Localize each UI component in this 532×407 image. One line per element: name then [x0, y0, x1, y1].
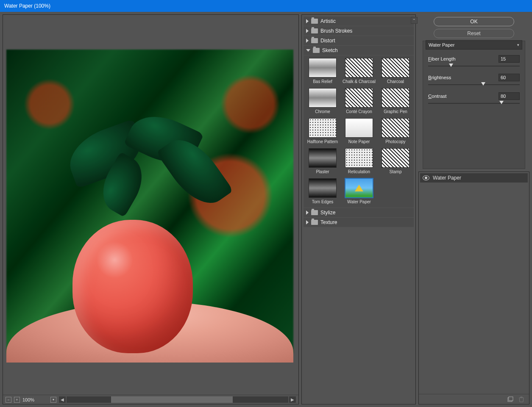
filter-thumbnail [345, 118, 373, 138]
category-label: Distort [320, 38, 335, 44]
category-label: Texture [320, 219, 337, 225]
filter-thumbnail [309, 58, 337, 78]
preview-panel: − + 100% ▾ ◀ ▶ [3, 14, 299, 404]
scroll-right-icon[interactable]: ▶ [289, 396, 296, 403]
param-value-input[interactable] [499, 74, 520, 81]
filter-cont-crayon[interactable]: Conté Crayon [343, 88, 376, 114]
folder-icon [311, 210, 318, 215]
filter-torn-edges[interactable]: Torn Edges [306, 178, 339, 204]
filter-thumbnail [382, 58, 409, 78]
scroll-thumb[interactable] [111, 396, 233, 403]
folder-icon [311, 38, 318, 43]
svg-rect-1 [509, 397, 513, 401]
filter-thumbnail-label: Stamp [390, 169, 402, 174]
workspace: − + 100% ▾ ◀ ▶ Artistic Brush [0, 12, 532, 407]
filter-thumbnail-label: Chalk & Charcoal [343, 79, 376, 84]
right-column: ⌃ OK Reset Water Paper ▾ Fiber Length Br… [418, 14, 529, 404]
filter-plaster[interactable]: Plaster [306, 148, 339, 174]
param-slider[interactable] [428, 101, 520, 107]
scroll-track[interactable] [67, 396, 288, 403]
filter-thumbnail-label: Plaster [316, 169, 329, 174]
filter-note-paper[interactable]: Note Paper [343, 118, 376, 144]
param-value-input[interactable] [499, 55, 520, 63]
chevron-down-icon: ▾ [517, 43, 519, 47]
preview-image [6, 50, 293, 353]
param-slider[interactable] [428, 64, 520, 69]
preview-footer: − + 100% ▾ ◀ ▶ [3, 395, 298, 404]
filter-thumbnail-label: Note Paper [348, 139, 370, 144]
category-label: Brush Strokes [320, 28, 352, 34]
filter-stamp[interactable]: Stamp [379, 148, 412, 174]
filter-thumbnail-label: Bas Relief [313, 79, 332, 84]
filter-thumbnail [345, 58, 373, 78]
filter-graphic-pen[interactable]: Graphic Pen [379, 88, 412, 114]
category-sketch[interactable]: Sketch [304, 46, 414, 55]
param-brightness: Brightness [423, 72, 525, 82]
horizontal-scrollbar[interactable]: ◀ ▶ [59, 396, 296, 403]
filter-charcoal[interactable]: Charcoal [379, 58, 412, 84]
category-label: Stylize [320, 210, 335, 216]
zoom-out-button[interactable]: − [6, 397, 11, 403]
filter-settings: Water Paper ▾ Fiber Length Brightness Co… [423, 41, 525, 169]
filter-thumbnail [309, 178, 337, 198]
effect-layers-panel: Water Paper [418, 172, 529, 404]
filter-reticulation[interactable]: Reticulation [343, 148, 376, 174]
param-slider[interactable] [428, 82, 520, 88]
folder-icon [311, 220, 318, 225]
filter-chalk-charcoal[interactable]: Chalk & Charcoal [343, 58, 376, 84]
param-fiber-length: Fiber Length [423, 53, 525, 64]
slider-thumb-icon[interactable] [481, 82, 485, 86]
window-title: Water Paper (100%) [4, 3, 50, 9]
new-effect-layer-icon[interactable] [507, 396, 514, 403]
category-label: Sketch [322, 47, 338, 53]
folder-icon [313, 48, 320, 53]
effect-layers-footer [419, 394, 529, 404]
zoom-value: 100% [22, 397, 48, 402]
category-brush-strokes[interactable]: Brush Strokes [304, 26, 414, 36]
filter-thumbnail [382, 118, 409, 138]
preview-canvas[interactable] [3, 15, 298, 395]
effect-layer-row[interactable]: Water Paper [420, 173, 528, 183]
param-label: Fiber Length [428, 56, 456, 61]
folder-icon [311, 19, 318, 24]
param-label: Brightness [428, 75, 451, 80]
category-artistic[interactable]: Artistic [304, 17, 414, 26]
slider-thumb-icon[interactable] [449, 64, 453, 67]
effect-layer-name: Water Paper [433, 175, 461, 181]
disclosure-triangle-icon [306, 210, 309, 215]
param-label: Contrast [428, 94, 446, 99]
category-texture[interactable]: Texture [304, 218, 414, 227]
filter-water-paper[interactable]: Water Paper [343, 178, 376, 204]
filter-thumbnail-label: Graphic Pen [384, 109, 407, 114]
thumbs-grid: Bas Relief Chalk & Charcoal Charcoal Chr… [304, 55, 414, 208]
zoom-dropdown[interactable]: ▾ [50, 397, 56, 403]
reset-button[interactable]: Reset [434, 29, 514, 38]
delete-effect-layer-icon[interactable] [518, 396, 525, 403]
filter-halftone-pattern[interactable]: Halftone Pattern [306, 118, 339, 144]
slider-thumb-icon[interactable] [499, 101, 504, 104]
filter-thumbnail [345, 88, 373, 108]
scroll-left-icon[interactable]: ◀ [59, 396, 66, 403]
folder-icon [311, 28, 318, 33]
filter-photocopy[interactable]: Photocopy [379, 118, 412, 144]
disclosure-triangle-icon [306, 19, 309, 23]
filter-thumbnail-label: Halftone Pattern [307, 139, 338, 144]
zoom-in-button[interactable]: + [14, 397, 20, 403]
filter-thumbnail [309, 118, 337, 138]
visibility-eye-icon[interactable] [423, 175, 429, 180]
filter-thumbnail [345, 178, 373, 198]
param-contrast: Contrast [423, 91, 525, 101]
filter-thumbnail [309, 88, 337, 108]
category-stylize[interactable]: Stylize [304, 208, 414, 217]
disclosure-triangle-icon [306, 220, 309, 224]
filter-bas-relief[interactable]: Bas Relief [306, 58, 339, 84]
disclosure-triangle-icon [306, 49, 310, 52]
filter-name-dropdown[interactable]: Water Paper ▾ [426, 40, 522, 50]
category-distort[interactable]: Distort [304, 36, 414, 45]
filter-thumbnail-label: Charcoal [387, 79, 404, 84]
param-value-input[interactable] [499, 92, 520, 100]
ok-button[interactable]: OK [434, 17, 514, 26]
collapse-toggle-icon[interactable]: ⌃ [411, 17, 418, 24]
filter-chrome[interactable]: Chrome [306, 88, 339, 114]
filter-thumbnail-label: Photocopy [385, 139, 405, 144]
